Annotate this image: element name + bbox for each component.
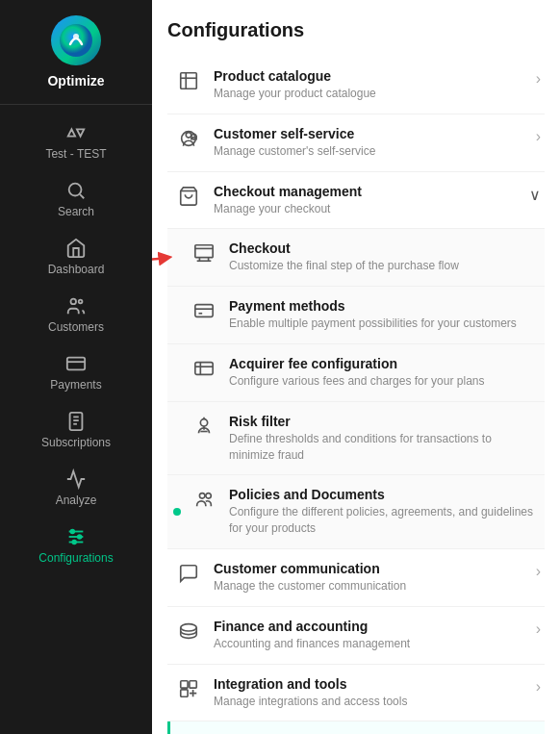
acquirer-fee-desc: Configure various fees and charges for y… xyxy=(229,373,533,390)
payment-methods-title: Payment methods xyxy=(229,298,533,314)
sidebar-item-test[interactable]: Test - TEST xyxy=(0,113,152,170)
checkout-icon xyxy=(187,240,221,264)
svg-point-17 xyxy=(72,541,76,544)
finance-accounting-arrow: › xyxy=(536,619,541,638)
finance-accounting-desc: Accounting and finances management xyxy=(214,636,528,652)
checkout-content: Checkout Customize the final step of the… xyxy=(221,240,541,274)
customer-self-service-desc: Manage customer's self-service xyxy=(214,143,528,160)
sidebar-item-dashboard-label: Dashboard xyxy=(48,263,105,276)
risk-filter-title: Risk filter xyxy=(229,414,533,429)
svg-rect-42 xyxy=(181,680,188,687)
config-item-product-catalogue[interactable]: Product catalogue Manage your product ca… xyxy=(167,57,545,114)
payment-methods-icon xyxy=(187,298,221,321)
sidebar-item-payments[interactable]: Payments xyxy=(0,343,152,401)
product-catalogue-desc: Manage your product catalogue xyxy=(214,86,528,102)
sidebar-item-customers[interactable]: Customers xyxy=(0,286,152,343)
integration-tools-desc: Manage integrations and access tools xyxy=(214,694,528,710)
customer-communication-title: Customer communication xyxy=(214,561,528,576)
svg-point-4 xyxy=(71,299,77,305)
policies-documents-icon xyxy=(187,487,221,510)
sidebar-item-search[interactable]: Search xyxy=(0,170,152,228)
svg-rect-26 xyxy=(195,245,213,258)
sidebar-item-analyze[interactable]: Analyze xyxy=(0,459,152,517)
checkout-management-content: Checkout management Manage your checkout xyxy=(206,184,529,217)
payment-methods-content: Payment methods Enable multiple payment … xyxy=(221,298,541,332)
arrow-annotation xyxy=(152,244,172,271)
config-item-acquirer-fee[interactable]: Acquirer fee configuration Configure var… xyxy=(167,344,545,402)
policies-documents-title: Policies and Documents xyxy=(229,487,533,502)
product-catalogue-content: Product catalogue Manage your product ca… xyxy=(206,68,536,102)
customer-self-service-content: Customer self-service Manage customer's … xyxy=(206,126,536,160)
svg-rect-34 xyxy=(195,363,213,375)
customer-self-service-title: Customer self-service xyxy=(214,126,528,141)
sidebar-divider xyxy=(0,104,152,105)
finance-accounting-title: Finance and accounting xyxy=(214,619,528,634)
acquirer-fee-title: Acquirer fee configuration xyxy=(229,356,533,371)
integration-tools-icon xyxy=(171,676,206,699)
config-item-policies-documents[interactable]: Policies and Documents Configure the dif… xyxy=(167,475,545,549)
policies-documents-content: Policies and Documents Configure the dif… xyxy=(221,487,541,537)
product-catalogue-icon xyxy=(171,68,206,91)
policies-dot-indicator xyxy=(173,508,181,516)
sidebar-item-dashboard[interactable]: Dashboard xyxy=(0,228,152,286)
config-item-payment-methods[interactable]: Payment methods Enable multiple payment … xyxy=(167,287,545,344)
sidebar-item-subscriptions-label: Subscriptions xyxy=(41,436,111,449)
checkout-management-icon xyxy=(171,184,206,207)
svg-point-15 xyxy=(71,530,75,534)
payment-methods-desc: Enable multiple payment possibilities fo… xyxy=(229,316,533,332)
checkout-management-title: Checkout management xyxy=(214,184,522,199)
risk-filter-content: Risk filter Define thresholds and condit… xyxy=(221,414,541,464)
checkout-management-desc: Manage your checkout xyxy=(214,201,522,217)
app-logo xyxy=(51,15,101,65)
sidebar: Optimize Test - TEST Search Dashboard Cu… xyxy=(0,0,152,734)
risk-filter-icon xyxy=(187,414,221,437)
config-item-customer-communication[interactable]: Customer communication Manage the custom… xyxy=(167,549,545,607)
svg-point-5 xyxy=(79,300,83,304)
integration-tools-arrow: › xyxy=(536,676,541,696)
config-item-risk-filter[interactable]: Risk filter Define thresholds and condit… xyxy=(167,402,545,476)
svg-rect-43 xyxy=(190,680,196,687)
checkout-desc: Customize the final step of the purchase… xyxy=(229,258,533,274)
svg-point-16 xyxy=(78,535,82,539)
app-name: Optimize xyxy=(47,73,104,89)
sidebar-item-subscriptions[interactable]: Subscriptions xyxy=(0,401,152,459)
customer-communication-content: Customer communication Manage the custom… xyxy=(206,561,536,595)
sidebar-item-payments-label: Payments xyxy=(50,378,101,392)
customer-communication-icon xyxy=(171,561,206,584)
acquirer-fee-content: Acquirer fee configuration Configure var… xyxy=(221,356,541,390)
customer-communication-desc: Manage the customer communication xyxy=(214,578,528,595)
policies-documents-desc: Configure the different policies, agreem… xyxy=(229,504,533,537)
config-item-finance-accounting[interactable]: Finance and accounting Accounting and fi… xyxy=(167,607,545,665)
customer-communication-arrow: › xyxy=(536,561,541,580)
svg-point-0 xyxy=(60,24,92,57)
acquirer-fee-icon xyxy=(187,356,221,379)
finance-accounting-content: Finance and accounting Accounting and fi… xyxy=(206,619,536,652)
svg-point-39 xyxy=(199,494,205,499)
main-content: Configurations Product catalogue Manage … xyxy=(152,0,560,734)
sidebar-item-customers-label: Customers xyxy=(48,320,104,334)
product-catalogue-title: Product catalogue xyxy=(214,68,528,84)
sidebar-item-search-label: Search xyxy=(58,205,94,218)
finance-accounting-icon xyxy=(171,619,206,642)
sidebar-item-analyze-label: Analyze xyxy=(56,494,97,507)
config-item-checkout-management[interactable]: Checkout management Manage your checkout… xyxy=(167,172,545,230)
checkout-management-arrow: ∨ xyxy=(529,184,541,204)
svg-point-1 xyxy=(73,34,79,39)
svg-line-3 xyxy=(80,194,84,198)
page-title: Configurations xyxy=(167,19,545,41)
config-item-customer-self-service[interactable]: Customer self-service Manage customer's … xyxy=(167,114,545,172)
config-item-integration-tools[interactable]: Integration and tools Manage integration… xyxy=(167,665,545,722)
svg-point-40 xyxy=(206,494,212,499)
config-item-admin-billing[interactable]: ADMINAdmin and billing Manage your accou… xyxy=(167,721,545,734)
svg-point-41 xyxy=(181,623,197,630)
config-item-checkout[interactable]: Checkout Customize the final step of the… xyxy=(167,229,545,287)
svg-point-21 xyxy=(186,132,191,138)
customer-self-service-arrow: › xyxy=(536,126,541,145)
sidebar-item-test-label: Test - TEST xyxy=(45,147,106,161)
sidebar-item-configurations-label: Configurations xyxy=(38,551,113,565)
svg-rect-31 xyxy=(195,305,213,317)
svg-point-2 xyxy=(69,184,82,196)
risk-filter-desc: Define thresholds and conditions for tra… xyxy=(229,431,533,464)
svg-rect-18 xyxy=(181,73,197,89)
sidebar-item-configurations[interactable]: Configurations xyxy=(0,517,152,574)
